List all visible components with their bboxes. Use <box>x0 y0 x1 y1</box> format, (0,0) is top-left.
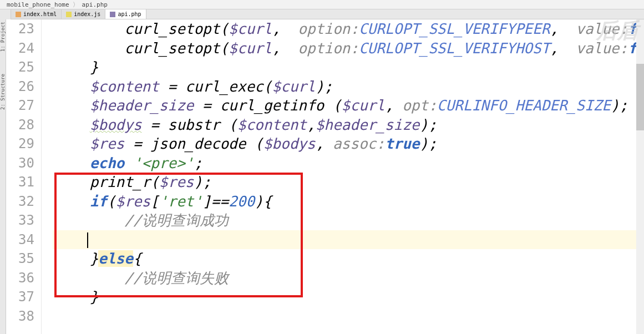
tool-structure[interactable]: 2: Structure <box>0 74 6 110</box>
code-line: if($res['ret']==200){ <box>53 192 644 211</box>
line-number: 34 <box>6 230 41 250</box>
line-number: 36 <box>6 269 41 288</box>
html-file-icon <box>16 12 21 17</box>
line-number-gutter: 23 24 25 26 27 28 29 30 31 32 33 34 35 3… <box>6 19 42 334</box>
left-tool-window-bar: 1: Project 2: Structure <box>0 19 6 334</box>
tab-index-html[interactable]: index.html <box>11 9 62 19</box>
line-number: 25 <box>6 58 41 77</box>
line-number: 32 <box>6 192 41 211</box>
code-line: $header_size = curl_getinfo ($curl, opt:… <box>53 96 644 115</box>
tool-project[interactable]: 1: Project <box>0 22 6 52</box>
breadcrumb: mobile_phone_home 〉 api.php <box>0 0 644 9</box>
breadcrumb-item-project[interactable]: mobile_phone_home <box>4 1 72 8</box>
breadcrumb-item-file[interactable]: api.php <box>80 1 110 8</box>
line-number: 33 <box>6 211 41 230</box>
code-line: curl_setopt($curl, option:CURLOPT_SSL_VE… <box>53 39 644 58</box>
line-number: 24 <box>6 39 41 58</box>
code-content[interactable]: curl_setopt($curl, option:CURLOPT_SSL_VE… <box>53 19 644 334</box>
code-editor[interactable]: 23 24 25 26 27 28 29 30 31 32 33 34 35 3… <box>6 19 644 334</box>
vertical-scrollbar[interactable] <box>636 19 644 334</box>
code-line: } <box>53 287 644 307</box>
editor-tabs: index.html index.js api.php <box>11 9 644 19</box>
fold-gutter <box>42 19 53 334</box>
line-number: 28 <box>6 115 41 135</box>
tab-label: index.html <box>23 11 57 17</box>
line-number: 26 <box>6 77 41 97</box>
line-number: 37 <box>6 287 41 307</box>
code-line: $bodys = substr ($content,$header_size); <box>53 115 644 135</box>
line-number: 38 <box>6 307 41 326</box>
tab-index-js[interactable]: index.js <box>62 9 105 19</box>
code-line: //说明查询成功 <box>53 211 644 230</box>
code-line: }else{ <box>53 249 644 269</box>
line-number: 31 <box>6 173 41 192</box>
code-line: curl_setopt($curl, option:CURLOPT_SSL_VE… <box>53 19 644 39</box>
line-number: 30 <box>6 154 41 173</box>
text-caret <box>87 232 88 248</box>
chevron-right-icon: 〉 <box>72 1 80 9</box>
code-line: //说明查询失败 <box>53 269 644 288</box>
tab-label: api.php <box>118 11 141 17</box>
scrollbar-thumb[interactable] <box>636 64 644 130</box>
line-number: 35 <box>6 249 41 269</box>
code-line-active <box>53 230 644 250</box>
code-line: print_r($res); <box>53 173 644 192</box>
line-number: 23 <box>6 19 41 39</box>
code-line: $content = curl_exec($curl); <box>53 77 644 97</box>
line-number: 27 <box>6 96 41 115</box>
code-line: } <box>53 58 644 77</box>
tab-label: index.js <box>74 11 100 17</box>
php-file-icon <box>110 12 115 17</box>
code-line <box>53 307 644 326</box>
code-line: $res = json_decode ($bodys, assoc:true); <box>53 134 644 154</box>
line-number: 29 <box>6 134 41 154</box>
code-line: echo '<pre>'; <box>53 154 644 173</box>
tab-api-php[interactable]: api.php <box>105 9 146 19</box>
js-file-icon <box>66 12 72 17</box>
